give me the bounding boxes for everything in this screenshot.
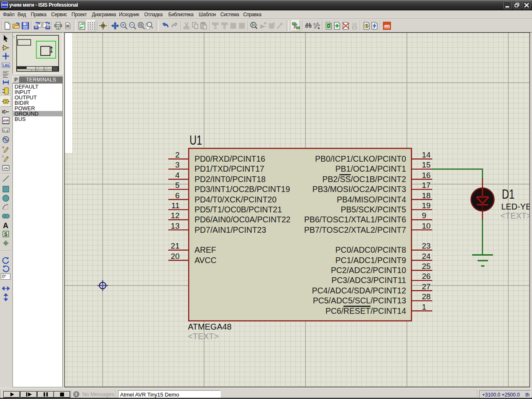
svg-text:1: 1 [422, 303, 426, 311]
svg-text:<TEXT>: <TEXT> [188, 332, 219, 341]
svg-text:PC4/ADC4/SDA/PCINT12: PC4/ADC4/SDA/PCINT12 [312, 286, 406, 295]
svg-text:20: 20 [171, 252, 180, 261]
svg-text:3: 3 [175, 160, 180, 169]
svg-text:PD3/INT1/OC2B/PCINT19: PD3/INT1/OC2B/PCINT19 [195, 185, 290, 194]
svg-text:AVCC: AVCC [195, 256, 217, 265]
svg-text:12: 12 [171, 211, 180, 220]
svg-text:PC2/ADC2/PCINT10: PC2/ADC2/PCINT10 [331, 266, 406, 275]
svg-text:PB5/SCK/PCINT5: PB5/SCK/PCINT5 [341, 205, 406, 214]
svg-text:PD7/AIN1/PCINT23: PD7/AIN1/PCINT23 [195, 225, 266, 234]
svg-text:21: 21 [171, 241, 180, 250]
svg-text:27: 27 [422, 282, 431, 291]
svg-text:U1: U1 [190, 133, 202, 148]
svg-text:2: 2 [175, 150, 180, 159]
svg-text:<TEXT>: <TEXT> [500, 211, 530, 220]
svg-text:14: 14 [422, 150, 431, 159]
svg-text:17: 17 [422, 181, 431, 190]
svg-text:PC1/ADC1/PCINT9: PC1/ADC1/PCINT9 [335, 256, 406, 265]
svg-text:PB0/ICP1/CLKO/PCINT0: PB0/ICP1/CLKO/PCINT0 [315, 154, 406, 163]
svg-text:LED-YELLOW: LED-YELLOW [501, 202, 530, 211]
svg-text:PD0/RXD/PCINT16: PD0/RXD/PCINT16 [195, 154, 265, 163]
svg-text:PC5/ADC5/SCL/PCINT13: PC5/ADC5/SCL/PCINT13 [313, 296, 406, 305]
svg-text:16: 16 [422, 171, 431, 180]
svg-text:18: 18 [422, 191, 431, 200]
svg-text:PB2/SS/OC1B/PCINT2: PB2/SS/OC1B/PCINT2 [322, 175, 406, 184]
svg-text:PD5/T1/OC0B/PCINT21: PD5/T1/OC0B/PCINT21 [195, 205, 282, 214]
svg-text:PD4/T0/XCK/PCINT20: PD4/T0/XCK/PCINT20 [195, 195, 276, 204]
svg-text:PB4/MISO/PCINT4: PB4/MISO/PCINT4 [337, 195, 406, 204]
svg-text:PB1/OC1A/PCINT1: PB1/OC1A/PCINT1 [335, 164, 406, 173]
svg-text:24: 24 [422, 252, 431, 261]
svg-text:10: 10 [422, 222, 431, 230]
svg-text:PD6/AIN0/OC0A/PCINT22: PD6/AIN0/OC0A/PCINT22 [195, 215, 291, 224]
svg-text:5: 5 [175, 181, 180, 190]
svg-text:23: 23 [422, 241, 431, 250]
svg-text:15: 15 [422, 160, 431, 169]
svg-text:19: 19 [422, 201, 431, 210]
svg-text:26: 26 [422, 272, 431, 281]
svg-text:6: 6 [175, 191, 180, 200]
svg-text:PB6/TOSC1/XTAL1/PCINT6: PB6/TOSC1/XTAL1/PCINT6 [304, 215, 406, 224]
svg-text:PC3/ADC3/PCINT11: PC3/ADC3/PCINT11 [331, 276, 406, 285]
svg-text:PC6/RESET/PCINT14: PC6/RESET/PCINT14 [325, 306, 406, 315]
svg-text:25: 25 [422, 262, 431, 271]
svg-text:ATMEGA48: ATMEGA48 [188, 322, 232, 331]
svg-text:4: 4 [175, 171, 180, 180]
svg-text:D1: D1 [502, 187, 515, 202]
svg-text:PB7/TOSC2/XTAL2/PCINT7: PB7/TOSC2/XTAL2/PCINT7 [304, 225, 406, 234]
svg-text:PD1/TXD/PCINT17: PD1/TXD/PCINT17 [195, 164, 264, 173]
svg-text:13: 13 [171, 222, 180, 230]
svg-text:PD2/INT0/PCINT18: PD2/INT0/PCINT18 [195, 175, 266, 184]
svg-text:11: 11 [171, 201, 180, 210]
svg-text:9: 9 [422, 211, 426, 220]
svg-text:PC0/ADC0/PCINT8: PC0/ADC0/PCINT8 [335, 245, 406, 254]
svg-text:AREF: AREF [195, 245, 216, 254]
svg-text:28: 28 [422, 292, 431, 301]
svg-text:PB3/MOSI/OC2A/PCINT3: PB3/MOSI/OC2A/PCINT3 [313, 185, 406, 194]
